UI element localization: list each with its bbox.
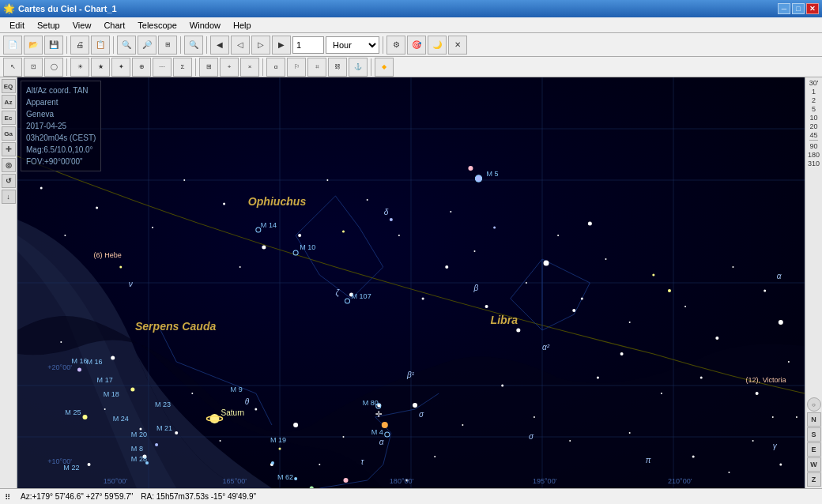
compass-S[interactable]: S xyxy=(807,427,821,442)
tb2-btn8[interactable]: ⋯ xyxy=(153,58,172,77)
scale-20: 20 xyxy=(809,122,817,130)
tb2-btn15[interactable]: ⌗ xyxy=(307,58,326,77)
menu-setup[interactable]: Setup xyxy=(31,19,66,32)
minimize-button[interactable]: ─ xyxy=(778,3,790,14)
search-button[interactable]: 🔍 xyxy=(184,36,203,55)
menu-telescope[interactable]: Telescope xyxy=(131,19,183,32)
scale-5: 5 xyxy=(812,105,816,113)
svg-point-73 xyxy=(239,266,241,268)
maximize-button[interactable]: □ xyxy=(792,3,805,14)
tb2-btn13[interactable]: α xyxy=(266,58,285,77)
menu-edit[interactable]: Edit xyxy=(3,19,31,32)
menu-help[interactable]: Help xyxy=(227,19,258,32)
next-button[interactable]: ▶ xyxy=(272,36,291,55)
tb2-btn9[interactable]: Σ xyxy=(173,58,192,77)
tb2-btn7[interactable]: ⊕ xyxy=(132,58,151,77)
svg-text:α: α xyxy=(379,438,384,446)
tb2-btn12[interactable]: × xyxy=(240,58,259,77)
menu-window[interactable]: Window xyxy=(183,19,227,32)
svg-text:(6) Hebe: (6) Hebe xyxy=(94,251,122,259)
tb2-btn16[interactable]: ⛓ xyxy=(328,58,347,77)
save-button[interactable]: 💾 xyxy=(44,36,63,55)
settings-button[interactable]: ⚙ xyxy=(386,36,405,55)
compass-N[interactable]: N xyxy=(807,412,821,427)
svg-point-60 xyxy=(175,431,178,434)
svg-point-62 xyxy=(88,463,91,466)
tb2-btn6[interactable]: ✦ xyxy=(111,58,130,77)
skymap[interactable]: ✛ Ophiuchus Serpens Cauda Libra Scorpius… xyxy=(17,77,805,488)
svg-text:M 16: M 16 xyxy=(71,357,87,365)
play-rev-button[interactable]: ◁ xyxy=(231,36,250,55)
titlebar-controls: ─ □ ✕ xyxy=(778,3,819,14)
time-unit-dropdown[interactable]: Hour Second Minute Day Week Month Year xyxy=(326,36,379,54)
svg-point-106 xyxy=(462,424,463,426)
close-tb-button[interactable]: ✕ xyxy=(448,36,467,55)
tb2-btn5[interactable]: ★ xyxy=(91,58,110,77)
svg-point-48 xyxy=(485,305,488,308)
sidebar-btn-ga[interactable]: Ga xyxy=(2,126,16,141)
compass-W[interactable]: W xyxy=(807,457,821,472)
tb2-btn14[interactable]: ⚐ xyxy=(287,58,306,77)
svg-point-96 xyxy=(104,408,106,410)
status-grip[interactable]: ⠿ xyxy=(5,493,13,501)
tb2-btn3[interactable]: ◯ xyxy=(44,58,63,77)
sidebar-btn-undo[interactable]: ↺ xyxy=(2,174,16,188)
compass-Z[interactable]: Z xyxy=(807,472,821,487)
info-type: Apparent xyxy=(26,96,96,108)
sidebar-btn-circle[interactable]: ◎ xyxy=(2,158,16,172)
step-input[interactable]: 1 xyxy=(292,36,324,54)
svg-point-109 xyxy=(569,440,571,442)
prev-button[interactable]: ◀ xyxy=(210,36,229,55)
app-icon: 🌟 xyxy=(3,3,15,14)
zoom-fit-button[interactable]: ⊞ xyxy=(158,36,177,55)
tb2-btn1[interactable]: ↖ xyxy=(3,58,22,77)
sep8 xyxy=(262,58,263,76)
svg-text:α: α xyxy=(777,272,782,280)
svg-text:+10°00': +10°00' xyxy=(47,457,72,465)
open-button[interactable]: 📂 xyxy=(24,36,43,55)
svg-point-71 xyxy=(183,179,185,181)
tb2-btn2[interactable]: ⊡ xyxy=(24,58,43,77)
svg-point-95 xyxy=(60,341,62,343)
menu-chart[interactable]: Chart xyxy=(97,19,131,32)
svg-point-53 xyxy=(668,289,671,292)
svg-point-40 xyxy=(779,320,783,325)
close-button[interactable]: ✕ xyxy=(806,3,819,14)
new-button[interactable]: 📄 xyxy=(3,36,22,55)
svg-text:165°00': 165°00' xyxy=(223,477,247,485)
zoom-in-button[interactable]: 🔍 xyxy=(117,36,136,55)
svg-point-117 xyxy=(796,416,797,418)
copy-button[interactable]: 📋 xyxy=(91,36,110,55)
svg-text:M 23: M 23 xyxy=(155,401,171,408)
menu-view[interactable]: View xyxy=(66,19,98,32)
compass-E[interactable]: E xyxy=(807,442,821,457)
scale-10: 10 xyxy=(809,114,817,122)
compass-circle[interactable]: ○ xyxy=(807,397,821,412)
zoom-out-button[interactable]: 🔎 xyxy=(138,36,156,55)
svg-point-77 xyxy=(367,199,368,201)
tb2-btn18[interactable]: ◆ xyxy=(375,58,394,77)
sidebar-btn-eq[interactable]: EQ xyxy=(2,79,16,93)
sidebar-btn-cross[interactable]: ✛ xyxy=(2,142,16,156)
tb2-btn17[interactable]: ⚓ xyxy=(349,58,368,77)
tb2-btn4[interactable]: ☀ xyxy=(70,58,89,77)
night-button[interactable]: 🌙 xyxy=(428,36,447,55)
svg-text:ν: ν xyxy=(129,280,133,288)
tb2-btn11[interactable]: + xyxy=(220,58,239,77)
sidebar-btn-ec[interactable]: Ec xyxy=(2,111,16,125)
tb2-btn10[interactable]: ⊞ xyxy=(199,58,218,77)
svg-point-68 xyxy=(96,207,98,209)
info-fov: FOV:+90°00'00" xyxy=(26,156,96,167)
svg-text:M 16: M 16 xyxy=(87,358,103,366)
svg-point-42 xyxy=(130,388,134,392)
svg-text:✛: ✛ xyxy=(375,407,382,419)
svg-point-93 xyxy=(788,361,790,363)
play-fwd-button[interactable]: ▷ xyxy=(251,36,270,55)
locate-button[interactable]: 🎯 xyxy=(407,36,426,55)
sidebar-btn-az[interactable]: Az xyxy=(2,95,16,109)
svg-text:Ophiuchus: Ophiuchus xyxy=(248,195,307,208)
print-button[interactable]: 🖨 xyxy=(70,36,89,55)
sidebar-btn-down[interactable]: ↓ xyxy=(2,190,16,204)
svg-point-75 xyxy=(326,179,328,181)
svg-point-46 xyxy=(390,218,393,221)
